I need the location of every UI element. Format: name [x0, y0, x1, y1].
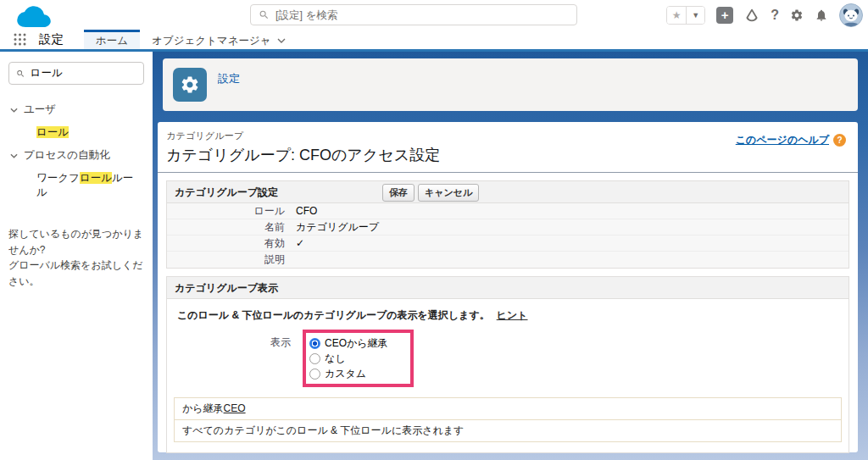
setup-banner-card: 設定: [163, 58, 858, 111]
active-checkmark-icon: ✓: [296, 237, 304, 249]
sidebar-item-workflow-rules[interactable]: ワークフロールルール: [8, 167, 144, 204]
radio-option-custom-label: カスタム: [325, 367, 366, 381]
page-help-link[interactable]: このページのヘルプ: [736, 133, 829, 147]
help-circle-icon[interactable]: ?: [833, 134, 846, 147]
instruction-text: このロール & 下位ロールのカテゴリグループの表示を選択します。: [177, 309, 490, 321]
search-icon: [16, 69, 25, 79]
section-category-group-settings: カテゴリグループ設定 保存 キャンセル ロール CFO 名前: [166, 180, 849, 269]
banner-setup-link[interactable]: 設定: [218, 71, 240, 86]
astro-avatar-icon: [839, 3, 863, 27]
name-label: 名前: [167, 220, 296, 235]
gear-icon: [180, 75, 200, 95]
hint-line-2: グローバル検索をお試しください。: [8, 258, 144, 289]
cancel-button[interactable]: キャンセル: [418, 184, 479, 202]
page-title: カテゴリグループ: CFOのアクセス設定: [166, 145, 849, 165]
description-label: 説明: [167, 252, 296, 267]
sidebar-section-users[interactable]: ユーザ: [8, 98, 144, 121]
main-region: 設定 カテゴリグループ カテゴリグループ: CFOのアクセス設定 このページのヘ…: [153, 52, 868, 460]
mountain-icon: [744, 8, 760, 22]
setup-sidebar: ユーザ ロール プロセスの自動化 ワークフロールルール 探しているものが見つかり…: [0, 52, 153, 460]
radio-button[interactable]: [309, 353, 320, 364]
ceo-link[interactable]: CEO: [224, 402, 246, 414]
roles-highlight: ロール: [36, 126, 69, 138]
user-avatar[interactable]: [839, 3, 863, 27]
section-category-group-visibility: カテゴリグループ表示 このロール & 下位ロールのカテゴリグループの表示を選択し…: [166, 276, 849, 453]
radio-option-inherit-ceo[interactable]: CEOから継承: [309, 335, 388, 351]
radio-option-none-label: なし: [325, 352, 346, 366]
chevron-down-icon: [10, 108, 18, 113]
sidebar-quick-find[interactable]: [8, 62, 144, 85]
help-area: このページのヘルプ ?: [736, 133, 846, 147]
tab-object-manager[interactable]: オブジェクトマネージャ: [140, 30, 297, 49]
inherit-table-header: から継承CEO: [175, 398, 841, 420]
global-actions-plus-icon[interactable]: +: [716, 7, 733, 24]
save-button[interactable]: 保存: [382, 184, 415, 202]
sidebar-empty-hint: 探しているものが見つかりませんか? グローバル検索をお試しください。: [8, 226, 144, 289]
chevron-down-icon: [10, 153, 18, 158]
radio-option-custom[interactable]: カスタム: [309, 366, 388, 381]
sidebar-section-users-label: ユーザ: [24, 103, 56, 117]
sidebar-item-roles[interactable]: ロール: [8, 121, 144, 144]
header-utility-icons: ★ ▼ + ?: [666, 3, 863, 27]
inherit-table-row: すべてのカテゴリがこのロール & 下位ロールに表示されます: [175, 420, 841, 441]
tab-home-label: ホーム: [96, 34, 128, 48]
active-label: 有効: [167, 236, 296, 251]
favorites-caret-icon[interactable]: ▼: [686, 7, 704, 24]
app-launcher-icon[interactable]: [0, 30, 39, 49]
inherit-from-text: から継承: [182, 402, 224, 414]
tab-home[interactable]: ホーム: [84, 30, 140, 49]
radio-button[interactable]: [309, 369, 320, 380]
visibility-body: このロール & 下位ロールのカテゴリグループの表示を選択します。ヒント 表示 C…: [167, 299, 849, 452]
body-row: ユーザ ロール プロセスの自動化 ワークフロールルール 探しているものが見つかり…: [0, 52, 868, 460]
form-row-role: ロール CFO: [167, 203, 849, 219]
notification-bell-icon[interactable]: [815, 8, 828, 22]
sidebar-section-process-label: プロセスの自動化: [24, 148, 109, 163]
role-label: ロール: [167, 204, 296, 219]
workflow-highlight: ロール: [80, 172, 112, 184]
global-header: ★ ▼ + ?: [0, 0, 868, 30]
visibility-radio-row: 表示 CEOから継承 なし: [174, 330, 842, 387]
form-row-active: 有効 ✓: [167, 236, 849, 252]
radio-option-none[interactable]: なし: [309, 351, 388, 366]
annotation-highlight-box: CEOから継承 なし カスタム: [303, 330, 414, 387]
salesforce-cloud-logo[interactable]: [15, 3, 53, 30]
waffle-grid-icon: [14, 33, 26, 46]
sidebar-quick-find-input[interactable]: [31, 68, 136, 80]
section-settings-title: カテゴリグループ設定: [175, 186, 278, 198]
inherit-row-text: すべてのカテゴリがこのロール & 下位ロールに表示されます: [182, 424, 464, 436]
cloud-icon: [15, 3, 53, 27]
tab-object-manager-label: オブジェクトマネージャ: [152, 34, 270, 48]
radio-option-inherit-label: CEOから継承: [325, 336, 388, 351]
help-question-icon[interactable]: ?: [771, 8, 779, 23]
salesforce-setup-app: ★ ▼ + ?: [0, 0, 868, 460]
visibility-caption: 表示: [174, 330, 303, 387]
setup-tile: [173, 68, 207, 102]
title-divider: [158, 172, 858, 173]
favorites-star-icon[interactable]: ★: [667, 7, 686, 24]
favorites-control: ★ ▼: [666, 6, 705, 25]
sidebar-section-process-automation[interactable]: プロセスの自動化: [8, 144, 144, 167]
global-search[interactable]: [250, 4, 577, 25]
name-value: カテゴリグループ: [296, 220, 379, 235]
trailhead-icon[interactable]: [744, 8, 760, 22]
hint-link[interactable]: ヒント: [497, 309, 528, 321]
bell-icon: [815, 8, 828, 22]
section-visibility-title: カテゴリグループ表示: [175, 282, 278, 294]
content-card: カテゴリグループ カテゴリグループ: CFOのアクセス設定 このページのヘルプ …: [158, 122, 858, 452]
radio-button[interactable]: [309, 338, 320, 349]
visibility-instruction: このロール & 下位ロールのカテゴリグループの表示を選択します。ヒント: [174, 308, 842, 323]
hint-line-1: 探しているものが見つかりませんか?: [8, 226, 144, 258]
search-icon: [259, 9, 270, 20]
inherit-table: から継承CEO すべてのカテゴリがこのロール & 下位ロールに表示されます: [174, 397, 842, 442]
chevron-down-icon: [277, 38, 286, 43]
global-search-input[interactable]: [275, 9, 569, 21]
setup-gear-icon[interactable]: [790, 8, 804, 22]
setup-nav-bar: 設定 ホーム オブジェクトマネージャ: [0, 30, 868, 52]
section-visibility-header: カテゴリグループ表示: [167, 277, 849, 299]
settings-form: ロール CFO 名前 カテゴリグループ 有効 ✓ 説明: [167, 203, 849, 268]
form-row-description: 説明: [167, 252, 849, 268]
role-value: CFO: [296, 205, 317, 217]
nav-app-label: 設定: [39, 30, 84, 49]
section-settings-buttons: 保存 キャンセル: [382, 184, 479, 202]
workflow-pre: ワークフ: [36, 172, 80, 184]
